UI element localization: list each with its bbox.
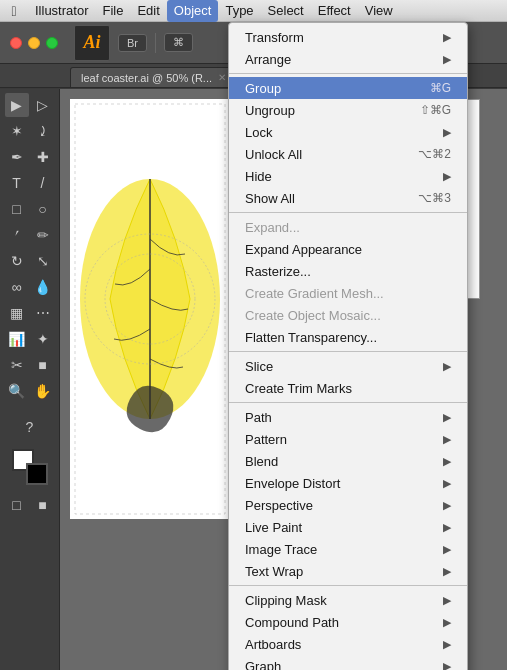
menu-item-pattern[interactable]: Pattern ▶: [229, 428, 467, 450]
menubar-type[interactable]: Type: [218, 0, 260, 22]
tool-select[interactable]: ▶: [5, 93, 29, 117]
menu-item-graph[interactable]: Graph ▶: [229, 655, 467, 670]
menu-item-clipping-mask[interactable]: Clipping Mask ▶: [229, 589, 467, 611]
tool-normal-mode[interactable]: □: [5, 493, 29, 517]
menu-item-live-paint-label: Live Paint: [245, 520, 443, 535]
menubar-illustrator[interactable]: Illustrator: [28, 0, 95, 22]
window-controls: [10, 37, 58, 49]
menu-item-blend-arrow: ▶: [443, 455, 451, 468]
bridge-label[interactable]: Br: [118, 34, 147, 52]
tool-graph[interactable]: 📊: [5, 327, 29, 351]
menu-item-show-all-label: Show All: [245, 191, 402, 206]
tool-pencil[interactable]: ✏: [31, 223, 55, 247]
menu-item-hide[interactable]: Hide ▶: [229, 165, 467, 187]
menu-item-compound-path[interactable]: Compound Path ▶: [229, 611, 467, 633]
menu-item-lock[interactable]: Lock ▶: [229, 121, 467, 143]
menu-item-lock-label: Lock: [245, 125, 443, 140]
menubar-view[interactable]: View: [358, 0, 400, 22]
menu-item-expand: Expand...: [229, 216, 467, 238]
menu-item-envelope-distort[interactable]: Envelope Distort ▶: [229, 472, 467, 494]
tool-add-anchor[interactable]: ✚: [31, 145, 55, 169]
tab-label-1: leaf coaster.ai @ 50% (R...: [81, 72, 212, 84]
menu-item-blend[interactable]: Blend ▶: [229, 450, 467, 472]
tab-close-1[interactable]: ✕: [218, 72, 226, 83]
stroke-swatch[interactable]: [26, 463, 48, 485]
object-dropdown-menu: Transform ▶ Arrange ▶ Group ⌘G Ungroup ⇧…: [228, 22, 468, 670]
menu-item-path[interactable]: Path ▶: [229, 406, 467, 428]
apple-menu[interactable]: : [4, 3, 24, 19]
tool-slice[interactable]: ✂: [5, 353, 29, 377]
menu-item-text-wrap-label: Text Wrap: [245, 564, 443, 579]
tool-eyedrop[interactable]: 💧: [31, 275, 55, 299]
menu-item-group[interactable]: Group ⌘G: [229, 77, 467, 99]
menu-item-group-label: Group: [245, 81, 414, 96]
tool-brush[interactable]: ⎖: [5, 223, 29, 247]
tool-magic-wand[interactable]: ✶: [5, 119, 29, 143]
menu-item-pattern-arrow: ▶: [443, 433, 451, 446]
menu-item-rasterize-label: Rasterize...: [245, 264, 451, 279]
maximize-button[interactable]: [46, 37, 58, 49]
menu-item-perspective[interactable]: Perspective ▶: [229, 494, 467, 516]
menu-item-live-paint[interactable]: Live Paint ▶: [229, 516, 467, 538]
tool-pen[interactable]: ✒: [5, 145, 29, 169]
menu-item-unlock-all[interactable]: Unlock All ⌥⌘2: [229, 143, 467, 165]
tool-question[interactable]: ?: [18, 415, 42, 439]
tool-gradient[interactable]: ▦: [5, 301, 29, 325]
menu-item-show-all[interactable]: Show All ⌥⌘3: [229, 187, 467, 209]
tool-blend[interactable]: ∞: [5, 275, 29, 299]
menu-item-flatten-transparency[interactable]: Flatten Transparency...: [229, 326, 467, 348]
menu-item-image-trace[interactable]: Image Trace ▶: [229, 538, 467, 560]
menu-item-flatten-transparency-label: Flatten Transparency...: [245, 330, 451, 345]
tool-rect[interactable]: □: [5, 197, 29, 221]
menu-item-show-all-shortcut: ⌥⌘3: [418, 191, 451, 205]
menu-item-compound-path-label: Compound Path: [245, 615, 443, 630]
tool-screen-mode[interactable]: ■: [31, 493, 55, 517]
tool-rotate[interactable]: ↻: [5, 249, 29, 273]
menu-item-group-shortcut: ⌘G: [430, 81, 451, 95]
menu-item-expand-label: Expand...: [245, 220, 451, 235]
menu-item-transform[interactable]: Transform ▶: [229, 26, 467, 48]
tool-direct-select[interactable]: ▷: [31, 93, 55, 117]
minimize-button[interactable]: [28, 37, 40, 49]
menu-item-live-paint-arrow: ▶: [443, 521, 451, 534]
menu-item-text-wrap[interactable]: Text Wrap ▶: [229, 560, 467, 582]
tool-eraser[interactable]: ■: [31, 353, 55, 377]
toolbox: ▶ ▷ ✶ ⤸ ✒ ✚ T / □ ○ ⎖ ✏ ↻ ⤡ ∞ 💧 ▦ ⋯ 📊 ✦ …: [0, 89, 60, 670]
menubar-effect[interactable]: Effect: [311, 0, 358, 22]
menu-item-create-gradient-mesh: Create Gradient Mesh...: [229, 282, 467, 304]
menu-item-ungroup[interactable]: Ungroup ⇧⌘G: [229, 99, 467, 121]
menubar-object[interactable]: Object: [167, 0, 219, 22]
menu-item-pattern-label: Pattern: [245, 432, 443, 447]
menu-item-hide-arrow: ▶: [443, 170, 451, 183]
menu-item-create-gradient-mesh-label: Create Gradient Mesh...: [245, 286, 451, 301]
tool-scale[interactable]: ⤡: [31, 249, 55, 273]
menubar-file[interactable]: File: [95, 0, 130, 22]
menu-item-create-trim-marks[interactable]: Create Trim Marks: [229, 377, 467, 399]
tool-mesh[interactable]: ⋯: [31, 301, 55, 325]
menu-item-transform-label: Transform: [245, 30, 443, 45]
tool-ellipse[interactable]: ○: [31, 197, 55, 221]
tool-hand[interactable]: ✋: [31, 379, 55, 403]
menu-item-rasterize[interactable]: Rasterize...: [229, 260, 467, 282]
tool-lasso[interactable]: ⤸: [31, 119, 55, 143]
close-button[interactable]: [10, 37, 22, 49]
menu-item-create-trim-marks-label: Create Trim Marks: [245, 381, 451, 396]
menu-item-perspective-arrow: ▶: [443, 499, 451, 512]
menubar-select[interactable]: Select: [261, 0, 311, 22]
separator-1: [229, 73, 467, 74]
menu-item-arrange[interactable]: Arrange ▶: [229, 48, 467, 70]
menu-item-perspective-label: Perspective: [245, 498, 443, 513]
menu-item-slice[interactable]: Slice ▶: [229, 355, 467, 377]
menu-item-arrange-arrow: ▶: [443, 53, 451, 66]
tab-leaf-coaster-50[interactable]: leaf coaster.ai @ 50% (R... ✕: [70, 67, 237, 87]
tool-symbol[interactable]: ✦: [31, 327, 55, 351]
menu-item-artboards[interactable]: Artboards ▶: [229, 633, 467, 655]
cmd-label[interactable]: ⌘: [164, 33, 193, 52]
menu-item-ungroup-label: Ungroup: [245, 103, 404, 118]
tool-zoom[interactable]: 🔍: [5, 379, 29, 403]
canvas-document: [70, 99, 230, 519]
menubar-edit[interactable]: Edit: [130, 0, 166, 22]
tool-type[interactable]: T: [5, 171, 29, 195]
menu-item-expand-appearance[interactable]: Expand Appearance: [229, 238, 467, 260]
tool-line[interactable]: /: [31, 171, 55, 195]
